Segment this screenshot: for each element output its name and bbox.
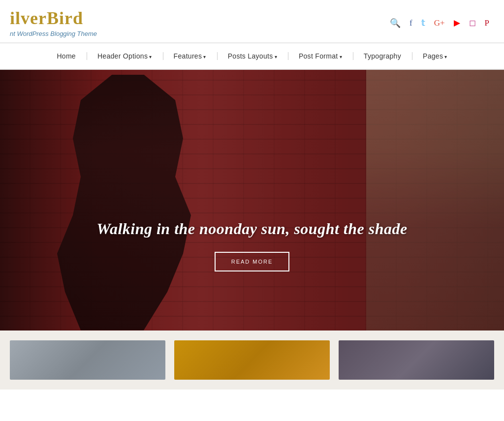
site-branding: ilverBird nt WordPress Blogging Theme	[10, 9, 97, 37]
nav-item-home[interactable]: Home	[46, 43, 87, 69]
card-2[interactable]	[174, 340, 330, 380]
youtube-icon[interactable]: ▶	[454, 18, 460, 28]
google-plus-icon[interactable]: G+	[434, 18, 445, 28]
site-title: ilverBird	[10, 9, 97, 29]
instagram-icon[interactable]: ◻	[469, 18, 476, 28]
facebook-icon[interactable]: f	[410, 18, 412, 28]
search-icon[interactable]: 🔍	[390, 18, 401, 29]
main-nav: HomeHeader OptionsFeaturesPosts LayoutsP…	[0, 43, 504, 70]
site-header: ilverBird nt WordPress Blogging Theme 🔍 …	[0, 0, 504, 43]
nav-item-typography[interactable]: Typography	[353, 43, 412, 69]
hero-content: Walking in the noonday sun, sought the s…	[0, 220, 504, 271]
nav-item-pages[interactable]: Pages	[412, 43, 458, 69]
hero-section: Walking in the noonday sun, sought the s…	[0, 70, 504, 331]
nav-item-features[interactable]: Features	[163, 43, 217, 69]
nav-item-posts-layouts[interactable]: Posts Layouts	[217, 43, 288, 69]
site-tagline: nt WordPress Blogging Theme	[10, 30, 97, 37]
card-3[interactable]	[339, 340, 494, 380]
header-icons: 🔍 f 𝕥 G+ ▶ ◻ P	[390, 18, 489, 29]
card-1[interactable]	[10, 340, 165, 380]
nav-item-header-options[interactable]: Header Options	[87, 43, 163, 69]
read-more-button[interactable]: READ MORE	[215, 252, 290, 271]
pinterest-icon[interactable]: P	[485, 18, 489, 28]
hero-title: Walking in the noonday sun, sought the s…	[0, 220, 504, 238]
nav-item-post-format[interactable]: Post Format	[288, 43, 353, 69]
twitter-icon[interactable]: 𝕥	[421, 18, 425, 28]
cards-section	[0, 331, 504, 390]
hero-overlay	[0, 70, 504, 331]
